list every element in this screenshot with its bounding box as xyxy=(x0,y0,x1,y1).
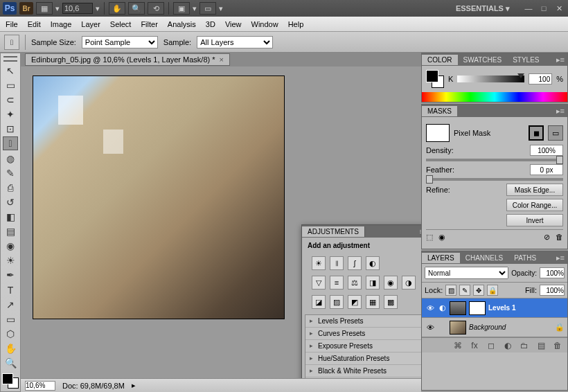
hand-tool-icon[interactable]: ✋ xyxy=(109,2,125,15)
zoom-field[interactable]: 10,6 xyxy=(62,3,93,14)
sample-size-select[interactable]: Point Sample xyxy=(82,36,158,48)
levels-icon[interactable]: ⫴ xyxy=(330,256,344,270)
heal-tool[interactable]: ◍ xyxy=(3,151,18,165)
bridge-logo[interactable]: Br xyxy=(19,2,33,15)
mask-icon[interactable]: ◻ xyxy=(486,340,497,351)
color-range-button[interactable]: Color Range... xyxy=(506,199,563,211)
tab-masks[interactable]: MASKS xyxy=(422,106,457,116)
selective-icon[interactable]: ▩ xyxy=(384,295,398,309)
visibility-icon[interactable]: 👁 xyxy=(425,322,436,333)
menu-3d[interactable]: 3D xyxy=(206,20,215,28)
zoom-tool-icon[interactable]: 🔍 xyxy=(128,2,145,15)
new-layer-icon[interactable]: ▤ xyxy=(535,340,547,351)
canvas[interactable]: ADJUSTMENTS ≡ Add an adjustment ☀ ⫴ ∫ ◐ … xyxy=(21,66,421,378)
density-slider[interactable] xyxy=(426,159,563,161)
menu-analysis[interactable]: Analysis xyxy=(168,20,196,28)
mask-thumbnail[interactable] xyxy=(426,124,450,142)
menu-image[interactable]: Image xyxy=(51,20,72,28)
marquee-tool[interactable]: ▭ xyxy=(3,78,18,92)
layer-name[interactable]: Background xyxy=(469,323,506,331)
apply-mask-icon[interactable]: ◉ xyxy=(438,233,445,242)
exposure-icon[interactable]: ◐ xyxy=(366,256,380,270)
disable-mask-icon[interactable]: ⊘ xyxy=(544,233,550,242)
path-tool[interactable]: ↗ xyxy=(3,298,18,312)
fill-value[interactable] xyxy=(540,285,565,296)
layer-name[interactable]: Levels 1 xyxy=(488,304,515,312)
type-tool[interactable]: T xyxy=(3,283,18,296)
load-selection-icon[interactable]: ⬚ xyxy=(426,233,433,242)
panel-menu-icon[interactable]: ≡ xyxy=(417,227,421,235)
panel-menu-icon[interactable]: ▸≡ xyxy=(553,107,567,116)
tab-channels[interactable]: CHANNELS xyxy=(460,253,508,263)
preset-exposure[interactable]: Exposure Presets xyxy=(305,340,421,353)
delete-mask-icon[interactable]: 🗑 xyxy=(556,233,563,242)
fx-icon[interactable]: fx xyxy=(469,340,480,351)
spectrum-bar[interactable] xyxy=(422,92,567,102)
layout-icon[interactable]: ▦ xyxy=(36,2,53,15)
tab-swatches[interactable]: SWATCHES xyxy=(458,55,508,65)
zoom-tool[interactable]: 🔍 xyxy=(3,356,18,370)
tab-layers[interactable]: LAYERS xyxy=(422,253,460,263)
panel-menu-icon[interactable]: ▸≡ xyxy=(553,253,567,262)
foreground-background-swatch[interactable] xyxy=(426,70,444,88)
screen-mode-icon[interactable]: ▭ xyxy=(199,2,216,15)
arrange-icon[interactable]: ▣ xyxy=(173,2,190,15)
menu-help[interactable]: Help xyxy=(288,20,304,28)
hand-tool[interactable]: ✋ xyxy=(3,341,18,355)
status-arrow-icon[interactable]: ▸ xyxy=(132,381,136,390)
tab-paths[interactable]: PATHS xyxy=(508,253,542,263)
curves-icon[interactable]: ∫ xyxy=(348,256,362,270)
dodge-tool[interactable]: ☀ xyxy=(3,253,18,267)
vector-mask-icon[interactable]: ▭ xyxy=(548,125,563,141)
opacity-value[interactable] xyxy=(540,267,565,278)
mixer-icon[interactable]: ◑ xyxy=(402,276,416,289)
crop-tool[interactable]: ⊡ xyxy=(3,122,18,136)
invert-icon[interactable]: ◪ xyxy=(312,295,326,309)
gradient-tool[interactable]: ▤ xyxy=(3,224,18,238)
layer-thumbnail[interactable] xyxy=(450,301,466,315)
menu-layer[interactable]: Layer xyxy=(81,20,100,28)
k-value[interactable] xyxy=(529,73,552,84)
brush-tool[interactable]: ✎ xyxy=(3,166,18,180)
preset-mixer[interactable]: Channel Mixer Presets xyxy=(305,377,421,378)
menu-view[interactable]: View xyxy=(225,20,242,28)
preset-huesat[interactable]: Hue/Saturation Presets xyxy=(305,353,421,365)
layer-thumbnail[interactable] xyxy=(450,321,466,335)
density-value[interactable] xyxy=(530,145,563,156)
balance-icon[interactable]: ⚖ xyxy=(348,276,362,289)
eyedropper-icon[interactable]: 𖡄 xyxy=(4,35,19,50)
preset-bw[interactable]: Black & White Presets xyxy=(305,365,421,377)
zoom-input[interactable] xyxy=(25,381,55,391)
minimize-icon[interactable]: — xyxy=(522,3,535,13)
mask-edge-button[interactable]: Mask Edge... xyxy=(506,184,563,196)
pixel-mask-icon[interactable]: ◼ xyxy=(529,125,544,141)
eyedropper-tool[interactable]: 𖡄 xyxy=(3,136,18,150)
workspace-switcher[interactable]: ESSENTIALS ▾ xyxy=(456,4,510,13)
layer-row[interactable]: 👁 Background 🔒 xyxy=(422,318,567,337)
lock-all-icon[interactable]: 🔒 xyxy=(487,285,498,296)
mask-thumbnail[interactable] xyxy=(469,301,486,315)
pen-tool[interactable]: ✒ xyxy=(3,268,18,282)
lock-position-icon[interactable]: ✥ xyxy=(473,285,484,296)
close-icon[interactable]: ✕ xyxy=(553,3,565,13)
history-brush-tool[interactable]: ↺ xyxy=(3,195,18,209)
group-icon[interactable]: 🗀 xyxy=(519,340,530,351)
link-icon[interactable]: ⌘ xyxy=(452,340,463,351)
threshold-icon[interactable]: ◩ xyxy=(348,295,362,309)
tab-styles[interactable]: STYLES xyxy=(507,55,544,65)
wand-tool[interactable]: ✦ xyxy=(3,107,18,121)
lasso-tool[interactable]: ⊂ xyxy=(3,93,18,107)
move-tool[interactable]: ↖ xyxy=(3,64,18,78)
preset-curves[interactable]: Curves Presets xyxy=(305,328,421,340)
delete-icon[interactable]: 🗑 xyxy=(552,340,563,351)
toolbox-grip[interactable] xyxy=(3,56,17,62)
blend-mode-select[interactable]: Normal xyxy=(425,267,508,279)
preset-levels[interactable]: Levels Presets xyxy=(305,315,421,328)
menu-window[interactable]: Window xyxy=(251,20,278,28)
lock-image-icon[interactable]: ✎ xyxy=(459,285,470,296)
sample-select[interactable]: All Layers xyxy=(197,36,273,48)
bw-icon[interactable]: ◨ xyxy=(366,276,380,289)
posterize-icon[interactable]: ▨ xyxy=(330,295,344,309)
menu-edit[interactable]: Edit xyxy=(28,20,41,28)
menu-file[interactable]: File xyxy=(6,20,18,28)
